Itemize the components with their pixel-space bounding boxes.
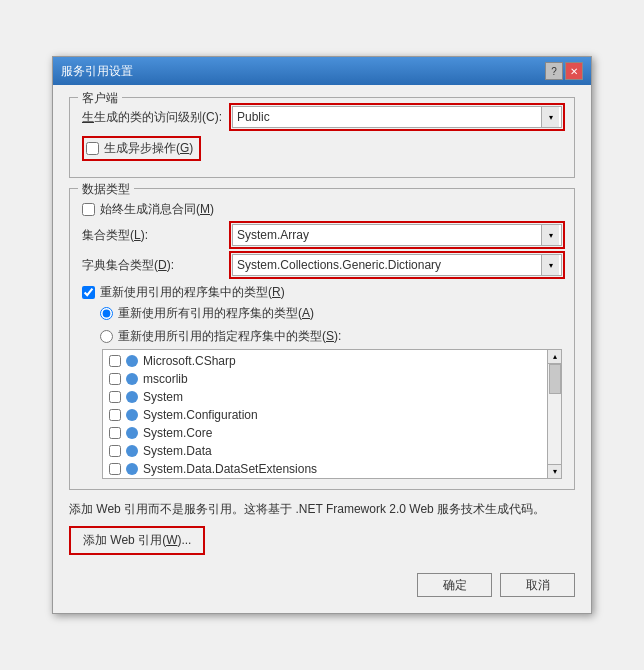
assembly-icon [125, 426, 139, 440]
always-generate-label: 始终生成消息合同(M) [100, 201, 214, 218]
item-label: System.Data [143, 444, 212, 458]
reuse-all-radio[interactable] [100, 307, 113, 320]
dialog-title: 服务引用设置 [61, 63, 133, 80]
data-types-section-label: 数据类型 [78, 181, 134, 198]
access-level-row: 生生成的类的访问级别(C): Public ▾ [82, 106, 562, 128]
async-ops-highlighted: 生成异步操作(G) [82, 136, 201, 161]
scroll-down-button[interactable]: ▾ [548, 464, 562, 478]
item-label: System.Core [143, 426, 212, 440]
item-checkbox-system-configuration[interactable] [109, 409, 121, 421]
title-bar: 服务引用设置 ? ✕ [53, 57, 591, 85]
scroll-up-button[interactable]: ▴ [548, 350, 562, 364]
access-level-label: 生生成的类的访问级别(C): [82, 109, 232, 126]
reuse-types-row: 重新使用引用的程序集中的类型(R) [82, 284, 562, 301]
reuse-types-checkbox[interactable] [82, 286, 95, 299]
data-types-section: 数据类型 始终生成消息合同(M) 集合类型(L): System.Array ▾… [69, 188, 575, 490]
collection-type-label: 集合类型(L): [82, 227, 232, 244]
async-ops-label: 生成异步操作(G) [104, 140, 193, 157]
reuse-specified-radio[interactable] [100, 330, 113, 343]
item-label: System.Data.DataSetExtensions [143, 462, 317, 476]
compatibility-section: 添加 Web 引用而不是服务引用。这将基于 .NET Framework 2.0… [69, 500, 575, 555]
list-item: Microsoft.CSharp [103, 352, 561, 370]
dict-collection-label: 字典集合类型(D): [82, 257, 232, 274]
button-row: 确定 取消 [69, 565, 575, 601]
dropdown-arrow-icon[interactable]: ▾ [541, 107, 559, 127]
web-ref-underline: W [166, 533, 177, 547]
reuse-specified-label: 重新使用所引用的指定程序集中的类型(S): [118, 328, 341, 345]
item-label: mscorlib [143, 372, 188, 386]
ok-button[interactable]: 确定 [417, 573, 492, 597]
help-button[interactable]: ? [545, 62, 563, 80]
cancel-button[interactable]: 取消 [500, 573, 575, 597]
assembly-icon [125, 444, 139, 458]
list-item: System.Configuration [103, 406, 561, 424]
item-checkbox-microsoft-csharp[interactable] [109, 355, 121, 367]
item-checkbox-system-data[interactable] [109, 445, 121, 457]
assembly-list[interactable]: Microsoft.CSharp mscorlib System [102, 349, 562, 479]
dict-dropdown-arrow-icon[interactable]: ▾ [541, 255, 559, 275]
assembly-icon [125, 372, 139, 386]
list-item: System.Core [103, 424, 561, 442]
assembly-icon [125, 462, 139, 476]
collection-dropdown-arrow-icon[interactable]: ▾ [541, 225, 559, 245]
reuse-specified-row: 重新使用所引用的指定程序集中的类型(S): [100, 328, 562, 345]
item-label: System [143, 390, 183, 404]
compatibility-description: 添加 Web 引用而不是服务引用。这将基于 .NET Framework 2.0… [69, 500, 575, 518]
access-level-dropdown[interactable]: Public ▾ [232, 106, 562, 128]
collection-type-value: System.Array [237, 228, 557, 242]
item-checkbox-system[interactable] [109, 391, 121, 403]
title-bar-buttons: ? ✕ [545, 62, 583, 80]
dict-collection-dropdown[interactable]: System.Collections.Generic.Dictionary ▾ [232, 254, 562, 276]
collection-type-dropdown[interactable]: System.Array ▾ [232, 224, 562, 246]
close-button[interactable]: ✕ [565, 62, 583, 80]
assembly-icon [125, 354, 139, 368]
assembly-list-items: Microsoft.CSharp mscorlib System [103, 350, 561, 478]
item-label: Microsoft.CSharp [143, 354, 236, 368]
assembly-icon [125, 408, 139, 422]
access-level-label-text: 生成的类的访问级别(C): [94, 110, 222, 124]
main-dialog: 服务引用设置 ? ✕ 客户端 生生成的类的访问级别(C): Public ▾ [52, 56, 592, 614]
dict-collection-value: System.Collections.Generic.Dictionary [237, 258, 557, 272]
async-ops-checkbox[interactable] [86, 142, 99, 155]
scroll-thumb[interactable] [549, 364, 561, 394]
access-level-value: Public [237, 110, 557, 124]
assembly-icon [125, 390, 139, 404]
reuse-all-label: 重新使用所有引用的程序集的类型(A) [118, 305, 314, 322]
always-generate-row: 始终生成消息合同(M) [82, 201, 562, 218]
always-generate-checkbox[interactable] [82, 203, 95, 216]
item-label: System.Configuration [143, 408, 258, 422]
dict-collection-row: 字典集合类型(D): System.Collections.Generic.Di… [82, 254, 562, 276]
reuse-all-row: 重新使用所有引用的程序集的类型(A) [100, 305, 562, 322]
list-item: System.Data.DataSetExtensions [103, 460, 561, 478]
list-item: mscorlib [103, 370, 561, 388]
dialog-content: 客户端 生生成的类的访问级别(C): Public ▾ 生成异步操作(G) 数据… [53, 85, 591, 613]
item-checkbox-system-core[interactable] [109, 427, 121, 439]
async-ops-row: 生成异步操作(G) [82, 136, 562, 161]
scrollbar[interactable]: ▴ ▾ [547, 350, 561, 478]
list-item: System [103, 388, 561, 406]
item-checkbox-system-data-datasetextensions[interactable] [109, 463, 121, 475]
reuse-types-label: 重新使用引用的程序集中的类型(R) [100, 284, 285, 301]
client-section: 客户端 生生成的类的访问级别(C): Public ▾ 生成异步操作(G) [69, 97, 575, 178]
client-section-label: 客户端 [78, 90, 122, 107]
collection-type-row: 集合类型(L): System.Array ▾ [82, 224, 562, 246]
add-web-ref-button[interactable]: 添加 Web 引用(W)... [69, 526, 205, 555]
item-checkbox-mscorlib[interactable] [109, 373, 121, 385]
list-item: System.Data [103, 442, 561, 460]
